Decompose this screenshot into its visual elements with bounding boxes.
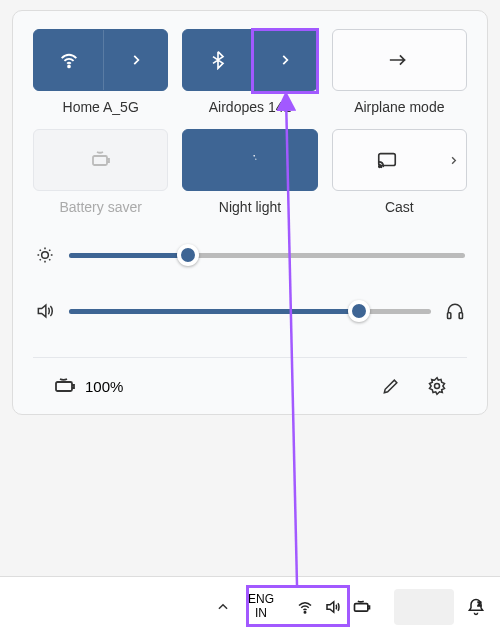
- cast-label: Cast: [385, 199, 414, 215]
- svg-point-6: [42, 252, 49, 259]
- wifi-label: Home A_5G: [63, 99, 139, 115]
- svg-rect-7: [448, 313, 451, 319]
- cast-toggle[interactable]: [333, 130, 441, 190]
- chevron-right-icon: [448, 155, 459, 166]
- battery-saver-label: Battery saver: [59, 199, 141, 215]
- battery-icon: [352, 597, 372, 617]
- battery-percent-text: 100%: [85, 378, 123, 395]
- tray-chevron-up-icon[interactable]: [210, 594, 236, 620]
- brightness-slider-row: [35, 245, 465, 265]
- battery-saver-icon: [89, 148, 113, 172]
- svg-rect-1: [93, 156, 107, 165]
- airplane-icon: [388, 49, 410, 71]
- svg-rect-4: [379, 154, 396, 166]
- night-light-label: Night light: [219, 199, 281, 215]
- headphones-icon[interactable]: [445, 301, 465, 321]
- volume-icon: [35, 301, 55, 321]
- volume-icon: [324, 598, 342, 616]
- settings-button[interactable]: [423, 372, 451, 400]
- bluetooth-icon: [208, 50, 228, 70]
- sliders-section: [33, 245, 467, 321]
- airplane-toggle[interactable]: [333, 30, 466, 90]
- brightness-slider[interactable]: [69, 253, 465, 258]
- bluetooth-toggle[interactable]: [183, 30, 252, 90]
- tiles-grid: Home A_5G Airdopes 141: [33, 29, 467, 215]
- language-indicator[interactable]: ENG IN: [248, 593, 274, 619]
- night-light-tile: [182, 129, 317, 191]
- svg-rect-9: [56, 382, 72, 391]
- svg-point-11: [304, 611, 306, 613]
- bluetooth-expand-button[interactable]: [253, 30, 317, 90]
- taskbar: ENG IN z: [0, 576, 500, 636]
- wifi-toggle[interactable]: [34, 30, 103, 90]
- cast-tile: [332, 129, 467, 191]
- wifi-expand-button[interactable]: [103, 30, 167, 90]
- svg-point-5: [379, 166, 381, 168]
- svg-rect-8: [459, 313, 462, 319]
- taskbar-spacer: [394, 589, 454, 625]
- battery-icon: [53, 374, 77, 398]
- svg-point-10: [435, 384, 440, 389]
- chevron-right-icon: [278, 53, 292, 67]
- battery-saver-toggle: [34, 130, 167, 190]
- system-tray-icons[interactable]: [286, 591, 382, 623]
- svg-rect-12: [355, 603, 368, 611]
- quick-settings-panel: Home A_5G Airdopes 141: [12, 10, 488, 415]
- chevron-right-icon: [129, 53, 143, 67]
- airplane-label: Airplane mode: [354, 99, 444, 115]
- volume-slider-row: [35, 301, 465, 321]
- cast-expand-button[interactable]: [441, 130, 466, 190]
- wifi-tile: [33, 29, 168, 91]
- svg-point-3: [255, 159, 256, 160]
- focus-assist-icon[interactable]: z: [466, 597, 486, 617]
- panel-footer: 100%: [33, 357, 467, 414]
- volume-slider[interactable]: [69, 309, 431, 314]
- cast-icon: [376, 149, 398, 171]
- brightness-icon: [35, 245, 55, 265]
- battery-saver-tile: [33, 129, 168, 191]
- airplane-tile: [332, 29, 467, 91]
- svg-point-0: [68, 66, 70, 68]
- night-light-toggle[interactable]: [183, 130, 316, 190]
- bluetooth-tile: [182, 29, 317, 91]
- svg-point-2: [253, 155, 255, 157]
- bluetooth-label: Airdopes 141: [209, 99, 292, 115]
- wifi-icon: [296, 598, 314, 616]
- battery-status[interactable]: 100%: [53, 374, 123, 398]
- edit-button[interactable]: [377, 372, 405, 400]
- night-light-icon: [240, 150, 260, 170]
- wifi-icon: [58, 49, 80, 71]
